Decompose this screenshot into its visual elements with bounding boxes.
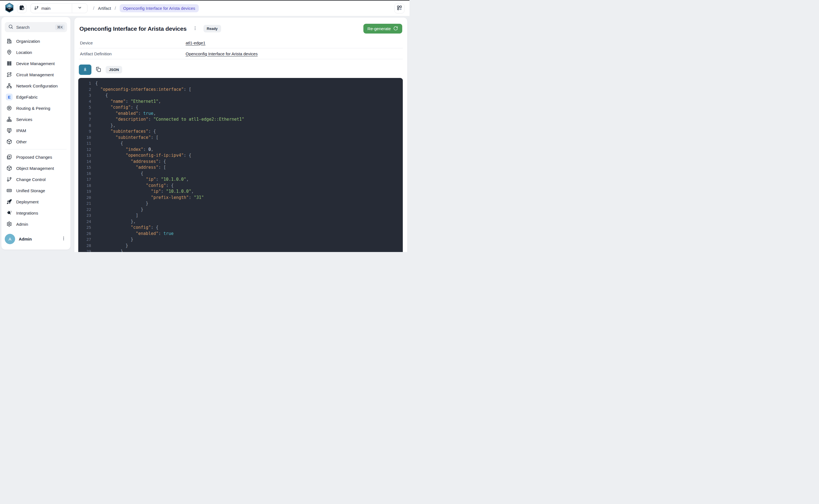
sidebar-item-edgefabric[interactable]: E EdgeFabric <box>5 91 67 103</box>
sidebar-item-label: Object Management <box>16 166 54 171</box>
code-line: 1{ <box>78 80 403 87</box>
code-line: 26 "enabled": true <box>78 231 403 237</box>
file-change-icon <box>6 154 13 160</box>
regenerate-label: Re-generate <box>367 26 391 31</box>
line-number: 25 <box>78 225 91 231</box>
page-title: Openconfig Interface for Arista devices <box>79 25 187 32</box>
sidebar-item-label: Integrations <box>16 211 38 215</box>
artifact-definition-link[interactable]: Openconfig Interface for Arista devices <box>186 51 258 56</box>
line-number: 22 <box>78 207 91 213</box>
branch-selector[interactable]: main <box>30 3 87 13</box>
sidebar-item-unified-storage[interactable]: Unified Storage <box>5 185 67 196</box>
sidebar-item-location[interactable]: Location <box>5 47 67 58</box>
field-label: Device <box>80 41 186 45</box>
route-icon <box>6 71 13 78</box>
code-line: 25 "config": { <box>78 225 403 231</box>
line-number: 11 <box>78 141 91 147</box>
sidebar-item-device-management[interactable]: Device Management <box>5 58 67 69</box>
code-line: 3 { <box>78 92 403 99</box>
download-button[interactable] <box>79 65 91 75</box>
sidebar-item-admin[interactable]: Admin <box>5 218 67 230</box>
sidebar-item-other[interactable]: Other <box>5 136 67 147</box>
app-logo <box>5 3 14 14</box>
regenerate-button[interactable]: Re-generate <box>363 24 402 34</box>
code-line: 18 "config": { <box>78 183 403 189</box>
search-input[interactable]: Search ⌘K <box>5 22 67 32</box>
breadcrumb-parent[interactable]: Artifact <box>98 6 111 11</box>
map-pin-icon <box>6 49 13 56</box>
refresh-icon <box>393 26 398 32</box>
svg-text:IP: IP <box>8 129 11 131</box>
sidebar-item-integrations[interactable]: Integrations <box>5 207 67 218</box>
building-icon <box>6 38 13 44</box>
sidebar-item-label: Change Control <box>16 177 46 182</box>
code-line: 23 ] <box>78 213 403 219</box>
field-row: Artifact Definition Openconfig Interface… <box>79 48 403 59</box>
code-line: 19 "ip": "10.1.0.0", <box>78 189 403 195</box>
code-line: 20 "prefix-length": "31" <box>78 195 403 201</box>
branch-caret[interactable] <box>72 5 87 11</box>
code-line: 14 "addresses": { <box>78 159 403 165</box>
line-number: 29 <box>78 249 91 252</box>
code-line: 28 } <box>78 243 403 249</box>
code-line: 22 } <box>78 207 403 213</box>
sidebar-item-routing-peering[interactable]: Routing & Peering <box>5 103 67 114</box>
git-branch-icon <box>34 6 39 11</box>
ip-monitor-icon: IP <box>6 127 13 134</box>
code-line: 10 "subinterface": [ <box>78 135 403 141</box>
sidebar-item-proposed-changes[interactable]: Proposed Changes <box>5 151 67 163</box>
sidebar-item-change-control[interactable]: Change Control <box>5 174 67 185</box>
field-row: Device atl1-edge1 <box>79 37 403 48</box>
gear-icon <box>6 221 13 227</box>
sidebar-item-object-management[interactable]: Object Management <box>5 163 67 174</box>
calendar-clock-button[interactable] <box>17 4 27 13</box>
code-toolbar: JSON <box>79 65 403 75</box>
line-number: 10 <box>78 135 91 141</box>
code-block[interactable]: 1{2 "openconfig-interfaces:interface": [… <box>78 78 403 252</box>
sidebar-nav: Organization Location Dev <box>5 35 67 230</box>
download-icon <box>82 67 88 73</box>
line-number: 27 <box>78 237 91 243</box>
line-number: 18 <box>78 183 91 189</box>
title-kebab-menu[interactable] <box>193 26 197 32</box>
line-number: 19 <box>78 189 91 195</box>
branch-label: main <box>41 6 51 11</box>
sidebar-item-network-configuration[interactable]: Network Configuration <box>5 80 67 91</box>
sidebar-item-label: Admin <box>16 222 28 227</box>
sidebar-item-label: Network Configuration <box>16 84 58 88</box>
sidebar-item-organization[interactable]: Organization <box>5 35 67 47</box>
code-line: 8 }, <box>78 123 403 129</box>
user-menu[interactable]: A Admin <box>5 233 67 245</box>
main-content: Openconfig Interface for Arista devices … <box>74 17 407 252</box>
line-number: 6 <box>78 111 91 117</box>
workflow-view-button[interactable] <box>394 3 404 13</box>
router-icon <box>6 105 13 111</box>
code-line: 9 "subinterfaces": { <box>78 129 403 135</box>
line-number: 15 <box>78 165 91 171</box>
breadcrumb-separator: / <box>93 6 94 11</box>
device-link[interactable]: atl1-edge1 <box>186 41 205 45</box>
code-line: 29 } <box>78 249 403 252</box>
page-header: Openconfig Interface for Arista devices … <box>79 18 403 35</box>
sidebar-item-circuit-management[interactable]: Circuit Management <box>5 69 67 80</box>
top-bar: main / Artifact / Openconfig Interface f… <box>0 1 410 16</box>
branch-current: main <box>31 6 72 11</box>
sidebar-item-label: Proposed Changes <box>16 155 52 160</box>
breadcrumb: / Artifact / Openconfig Interface for Ar… <box>93 4 199 12</box>
user-kebab-menu[interactable] <box>60 235 67 243</box>
code-line: 17 "ip": "10.1.0.0", <box>78 177 403 183</box>
sidebar-item-label: Circuit Management <box>16 72 54 77</box>
hierarchy-icon <box>6 116 13 123</box>
search-shortcut: ⌘K <box>55 24 65 30</box>
copy-button[interactable] <box>95 66 102 74</box>
sidebar-item-label: EdgeFabric <box>16 95 38 99</box>
code-line: 2 "openconfig-interfaces:interface": [ <box>78 87 403 93</box>
user-name: Admin <box>19 237 56 241</box>
sidebar-item-ipam[interactable]: IP IPAM <box>5 125 67 136</box>
field-label: Artifact Definition <box>80 51 186 56</box>
breadcrumb-current[interactable]: Openconfig Interface for Arista devices <box>120 4 199 12</box>
rocket-icon <box>6 198 13 205</box>
sidebar-item-services[interactable]: Services <box>5 114 67 125</box>
git-branch-icon <box>6 176 13 183</box>
sidebar-item-deployment[interactable]: Deployment <box>5 196 67 207</box>
